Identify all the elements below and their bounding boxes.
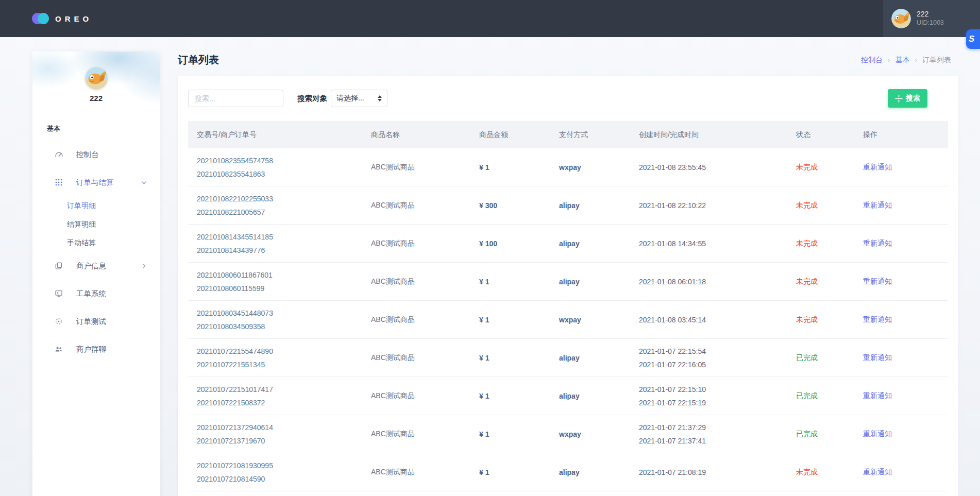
cell-amount: ¥ 1	[470, 148, 550, 186]
cell-status	[787, 491, 854, 496]
cell-product: ABC测试商品	[362, 339, 470, 377]
cell-trade-no: 2021010806011867601 20210108060115599	[188, 263, 362, 301]
cell-amount: ¥ 1	[470, 415, 550, 453]
cell-product: ABC测试商品	[362, 415, 470, 453]
table-row: 2021010721081930995 20210107210814590 AB…	[188, 453, 948, 491]
search-target-select[interactable]: 请选择...	[331, 90, 387, 107]
sidebar-avatar	[85, 67, 108, 90]
cell-product	[362, 491, 470, 496]
table-row: 2021010814345514185 20210108143439776 AB…	[188, 225, 948, 263]
cell-pay-method: alipay	[550, 377, 630, 415]
breadcrumb: 控制台›基本›订单列表	[861, 56, 958, 65]
renotify-link[interactable]: 重新通知	[863, 430, 892, 438]
toolbar: 搜索对象 请选择... 搜索	[188, 89, 948, 108]
cell-times: 2021-01-08 03:45:14	[630, 301, 787, 339]
cell-times: 2021-01-08 06:01:18	[630, 263, 787, 301]
cell-status: 未完成	[787, 263, 854, 301]
sidebar-item-label: 订单测试	[76, 317, 106, 327]
status-badge: 未完成	[796, 163, 818, 171]
cell-product: ABC测试商品	[362, 263, 470, 301]
sidebar-item[interactable]: 商户群聊	[32, 335, 160, 363]
sidebar-subitem[interactable]: 手动结算	[32, 233, 160, 252]
cell-product: ABC测试商品	[362, 148, 470, 186]
dashboard-icon	[54, 150, 63, 159]
renotify-link[interactable]: 重新通知	[863, 239, 892, 247]
navbar-user-menu[interactable]: 222 UID:1003	[883, 0, 980, 37]
search-button-label: 搜索	[906, 94, 920, 103]
cell-status: 已完成	[787, 377, 854, 415]
orders-table: 交易号/商户订单号商品名称商品金额支付方式创建时间/完成时间状态操作 20210…	[188, 121, 948, 496]
sidebar-item[interactable]: 商户信息	[32, 252, 160, 280]
cell-times: 2021-01-08 14:34:55	[630, 225, 787, 263]
sidebar-menu: 控制台 订单与结算 订单明细 结算明细 手动结算 商户信息 工单系统 订单测试 …	[32, 141, 160, 363]
cell-amount	[470, 491, 550, 496]
cell-status: 未完成	[787, 453, 854, 491]
table-row: 2021010806011867601 20210108060115599 AB…	[188, 263, 948, 301]
column-header: 创建时间/完成时间	[630, 121, 787, 148]
renotify-link[interactable]: 重新通知	[863, 163, 892, 171]
column-header: 操作	[854, 121, 948, 148]
search-target-label: 搜索对象	[297, 94, 327, 104]
sidebar-item[interactable]: 订单测试	[32, 307, 160, 335]
copy-icon	[54, 261, 63, 270]
extension-badge-letter: S	[969, 34, 974, 44]
renotify-link[interactable]: 重新通知	[863, 468, 892, 476]
cell-trade-no: 2021010814345514185 20210108143439776	[188, 225, 362, 263]
renotify-link[interactable]: 重新通知	[863, 277, 892, 285]
renotify-link[interactable]: 重新通知	[863, 353, 892, 362]
brand-logo[interactable]: OREO	[32, 13, 92, 24]
breadcrumb-item[interactable]: 基本	[895, 56, 910, 65]
sidebar-item[interactable]: 订单与结算	[32, 168, 160, 196]
renotify-link[interactable]: 重新通知	[863, 391, 892, 400]
sidebar-subitem[interactable]: 结算明细	[32, 215, 160, 233]
brand-name: OREO	[55, 14, 92, 23]
sidebar-item-label: 订单与结算	[76, 178, 114, 187]
cell-pay-method: alipay	[550, 225, 630, 263]
search-button[interactable]: 搜索	[888, 89, 927, 108]
aim-icon	[895, 95, 903, 102]
cell-trade-no: 2021010721372940614 20210107213719670	[188, 415, 362, 453]
cell-action: 重新通知	[854, 377, 948, 415]
cell-product: ABC测试商品	[362, 301, 470, 339]
sidebar-subitem[interactable]: 订单明细	[32, 196, 160, 215]
column-header: 支付方式	[550, 121, 630, 148]
extension-badge[interactable]: S	[966, 29, 980, 49]
sidebar-item-label: 控制台	[76, 150, 99, 160]
orders-tbody: 2021010823554574758 20210108235541863 AB…	[188, 148, 948, 496]
cell-status: 未完成	[787, 301, 854, 339]
cell-pay-method: wxpay	[550, 148, 630, 186]
cell-pay-method: alipay	[550, 339, 630, 377]
cell-action: 重新通知	[854, 263, 948, 301]
renotify-link[interactable]: 重新通知	[863, 201, 892, 209]
column-header: 状态	[787, 121, 854, 148]
cell-product: ABC测试商品	[362, 225, 470, 263]
cell-action: 重新通知	[854, 225, 948, 263]
chevron-right-icon	[140, 262, 147, 269]
cell-pay-method: wxpay	[550, 415, 630, 453]
column-header: 交易号/商户订单号	[188, 121, 362, 148]
sidebar-item[interactable]: 控制台	[32, 141, 160, 168]
table-row: 2021010722151017417 20210107221508372 AB…	[188, 377, 948, 415]
cell-amount: ¥ 1	[470, 301, 550, 339]
page-title: 订单列表	[178, 53, 219, 67]
breadcrumb-separator: ›	[915, 56, 917, 64]
sidebar: 222 基本 控制台 订单与结算 订单明细 结算明细 手动结算 商户信息 工单系…	[32, 52, 160, 496]
cell-pay-method: alipay	[550, 263, 630, 301]
people-icon	[54, 345, 63, 354]
cell-status: 未完成	[787, 148, 854, 186]
status-badge: 未完成	[796, 239, 818, 247]
cell-pay-method: wxpay	[550, 301, 630, 339]
breadcrumb-item[interactable]: 控制台	[861, 56, 883, 65]
cell-trade-no: 2021010823554574758 20210108235541863	[188, 148, 362, 186]
select-value: 请选择...	[336, 94, 375, 103]
sidebar-username: 222	[32, 94, 160, 102]
cell-amount: ¥ 100	[470, 225, 550, 263]
monitor-icon	[54, 289, 63, 298]
cell-product: ABC测试商品	[362, 453, 470, 491]
cell-status: 未完成	[787, 225, 854, 263]
search-input[interactable]	[188, 90, 283, 107]
renotify-link[interactable]: 重新通知	[863, 315, 892, 323]
user-avatar	[891, 9, 911, 28]
sidebar-item[interactable]: 工单系统	[32, 280, 160, 307]
navbar-username: 222	[917, 10, 944, 19]
